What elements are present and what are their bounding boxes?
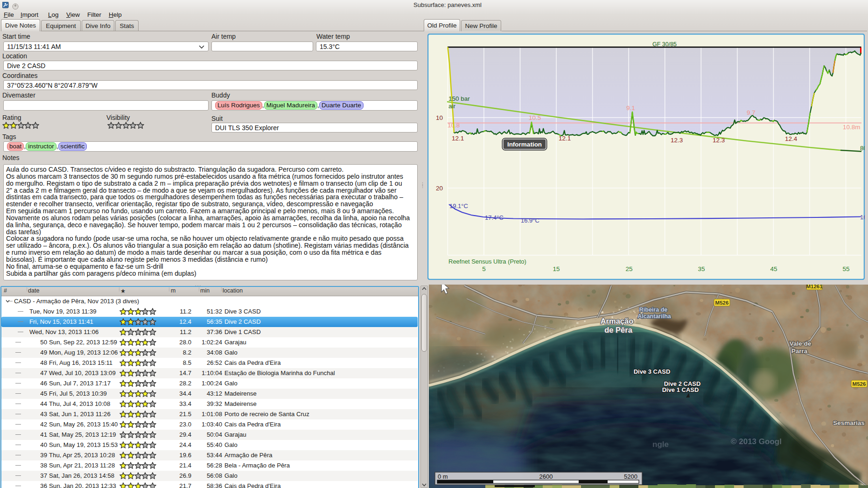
svg-text:15: 15 — [553, 265, 560, 272]
svg-text:12.1: 12.1 — [452, 135, 464, 142]
svg-text:12.1: 12.1 — [559, 135, 571, 142]
svg-text:35: 35 — [698, 265, 705, 272]
svg-text:25: 25 — [625, 265, 632, 272]
svg-text:10.5: 10.5 — [529, 114, 541, 121]
svg-text:Dive 3 CASD: Dive 3 CASD — [634, 368, 671, 375]
svg-text:16.9°C: 16.9°C — [521, 217, 539, 224]
svg-text:20: 20 — [436, 185, 443, 192]
svg-text:M526: M526 — [715, 300, 729, 306]
svg-text:Armação: Armação — [601, 317, 634, 325]
svg-text:12.4: 12.4 — [785, 135, 798, 142]
svg-text:55: 55 — [842, 265, 849, 272]
svg-text:150 bar: 150 bar — [448, 95, 470, 102]
svg-text:Ribeira de: Ribeira de — [639, 307, 667, 313]
svg-text:19.1°C: 19.1°C — [449, 202, 468, 209]
svg-text:80: 80 — [860, 145, 865, 152]
svg-text:GF 30/85: GF 30/85 — [652, 41, 677, 48]
svg-text:Vale de: Vale de — [790, 340, 812, 347]
svg-text:9.7: 9.7 — [747, 109, 756, 116]
svg-text:10.8m: 10.8m — [843, 124, 861, 131]
svg-text:M1261: M1261 — [806, 285, 823, 289]
svg-text:9.1: 9.1 — [626, 105, 635, 112]
svg-text:12.3: 12.3 — [713, 137, 725, 144]
svg-text:10: 10 — [436, 114, 443, 121]
svg-text:Alcantarilha: Alcantarilha — [637, 313, 672, 320]
svg-text:Sesmarias: Sesmarias — [833, 419, 865, 426]
svg-text:2600: 2600 — [539, 473, 553, 480]
svg-text:12.3: 12.3 — [671, 137, 683, 144]
svg-text:5: 5 — [482, 265, 486, 272]
svg-text:© 2013 Googl: © 2013 Googl — [731, 437, 782, 446]
svg-text:45: 45 — [770, 265, 777, 272]
svg-text:air: air — [448, 103, 456, 110]
svg-text:ngle: ngle — [652, 440, 669, 449]
svg-text:M526: M526 — [853, 381, 866, 387]
svg-text:de Pêra: de Pêra — [604, 326, 632, 334]
svg-text:16: 16 — [860, 214, 865, 221]
svg-text:5200: 5200 — [624, 473, 637, 480]
svg-text:Reefnet Sensus Ultra (Preto): Reefnet Sensus Ultra (Preto) — [448, 258, 526, 265]
svg-text:Parra: Parra — [791, 348, 808, 355]
svg-text:17.4°C: 17.4°C — [485, 214, 504, 221]
svg-text:Information: Information — [507, 141, 542, 148]
svg-text:0 m: 0 m — [438, 473, 448, 480]
svg-text:Dive 1 CASD: Dive 1 CASD — [662, 386, 699, 393]
